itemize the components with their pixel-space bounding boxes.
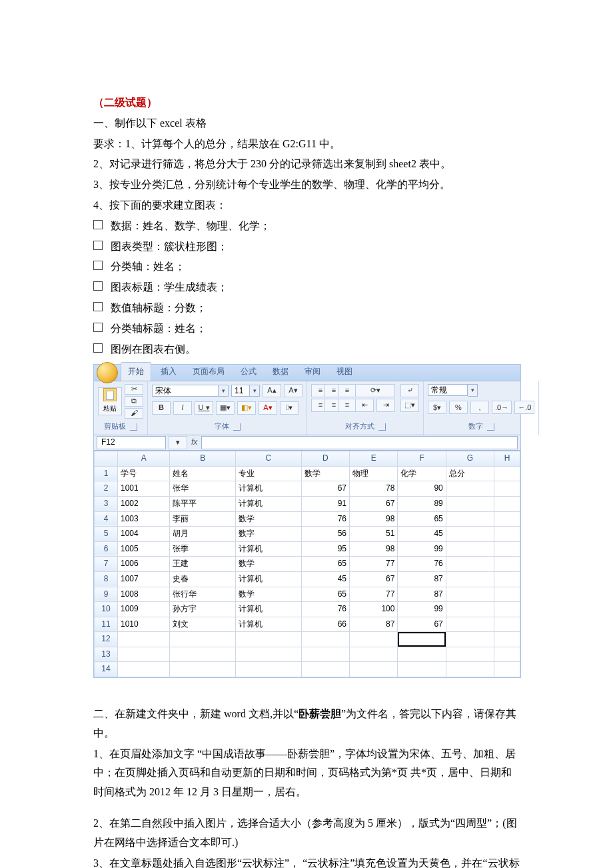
cell[interactable] xyxy=(235,647,301,662)
font-name-input[interactable] xyxy=(152,385,219,397)
row-header[interactable]: 11 xyxy=(95,617,118,632)
cell[interactable]: 95 xyxy=(301,541,349,557)
cell[interactable]: 计算机 xyxy=(235,571,301,587)
percent-button[interactable]: % xyxy=(449,401,468,414)
cell[interactable] xyxy=(494,466,520,481)
tab-review[interactable]: 审阅 xyxy=(298,363,327,381)
cell[interactable] xyxy=(446,647,494,662)
cell[interactable] xyxy=(446,617,494,632)
cell[interactable] xyxy=(494,481,520,497)
cell[interactable]: 98 xyxy=(350,541,398,557)
cell[interactable]: 孙方宇 xyxy=(170,602,236,617)
cell[interactable] xyxy=(494,511,520,527)
cell[interactable]: 77 xyxy=(350,587,398,602)
col-header-e[interactable]: E xyxy=(350,451,398,467)
office-button-icon[interactable] xyxy=(97,362,118,383)
col-header-h[interactable]: H xyxy=(494,451,520,467)
cell[interactable] xyxy=(494,662,520,677)
wrap-text-button[interactable]: ⤶ xyxy=(400,384,419,397)
font-name-combo[interactable]: ▾ xyxy=(152,385,229,397)
cell[interactable] xyxy=(446,496,494,511)
chevron-down-icon[interactable]: ▾ xyxy=(250,385,260,397)
row-header[interactable]: 8 xyxy=(95,571,118,587)
cell[interactable] xyxy=(118,647,170,662)
cell[interactable] xyxy=(301,647,349,662)
orientation-button[interactable]: ⟳▾ xyxy=(355,384,395,397)
cell[interactable] xyxy=(494,602,520,617)
align-bottom-button[interactable]: ≡ xyxy=(338,384,356,397)
cell[interactable]: 87 xyxy=(398,587,446,602)
dialog-launcher-icon[interactable] xyxy=(130,423,137,431)
italic-button[interactable]: I xyxy=(173,401,192,415)
cell[interactable] xyxy=(301,632,349,647)
cell[interactable]: 99 xyxy=(398,541,446,557)
cell[interactable] xyxy=(494,647,520,662)
shrink-font-button[interactable]: A▾ xyxy=(284,384,303,397)
chevron-down-icon[interactable]: ▾ xyxy=(468,384,478,396)
cell[interactable] xyxy=(494,587,520,602)
grow-font-button[interactable]: A▴ xyxy=(263,384,281,397)
row-header[interactable]: 9 xyxy=(95,587,118,602)
cell[interactable] xyxy=(494,527,520,542)
cell[interactable] xyxy=(170,632,236,647)
cell[interactable]: 56 xyxy=(301,527,349,542)
cell[interactable]: 76 xyxy=(398,557,446,572)
name-box[interactable]: F12 xyxy=(97,436,166,449)
cell[interactable]: 计算机 xyxy=(235,617,301,632)
row-header[interactable]: 6 xyxy=(95,541,118,557)
fx-icon[interactable]: fx xyxy=(187,435,201,450)
cell[interactable]: 1004 xyxy=(118,527,170,542)
cell[interactable] xyxy=(494,496,520,511)
cell[interactable] xyxy=(301,662,349,677)
cell[interactable]: 张行华 xyxy=(170,587,236,602)
bold-button[interactable]: B xyxy=(152,401,171,415)
cell[interactable]: 77 xyxy=(350,557,398,572)
cell[interactable]: 刘文 xyxy=(170,617,236,632)
cell[interactable]: 91 xyxy=(301,496,349,511)
row-header[interactable]: 4 xyxy=(95,511,118,527)
number-format-input[interactable] xyxy=(428,384,468,396)
paste-button[interactable]: 粘贴 xyxy=(98,387,122,415)
cell[interactable]: 1010 xyxy=(118,617,170,632)
cell[interactable] xyxy=(494,557,520,572)
cell[interactable]: 1009 xyxy=(118,602,170,617)
currency-button[interactable]: $▾ xyxy=(428,401,446,414)
cell[interactable]: 1007 xyxy=(118,571,170,587)
cell[interactable] xyxy=(170,662,236,677)
cell[interactable] xyxy=(494,571,520,587)
col-header-f[interactable]: F xyxy=(398,451,446,467)
cell[interactable]: 100 xyxy=(350,602,398,617)
cell[interactable]: 计算机 xyxy=(235,481,301,497)
row-header[interactable]: 13 xyxy=(95,647,118,662)
cell[interactable]: 学号 xyxy=(118,466,170,481)
cell[interactable]: 史春 xyxy=(170,571,236,587)
cell[interactable] xyxy=(350,662,398,677)
cell[interactable] xyxy=(235,632,301,647)
col-header-a[interactable]: A xyxy=(118,451,170,467)
formula-bar[interactable] xyxy=(201,436,518,449)
row-header[interactable]: 5 xyxy=(95,527,118,542)
tab-insert[interactable]: 插入 xyxy=(154,363,183,381)
cell[interactable]: 90 xyxy=(398,481,446,497)
cell[interactable]: 数字 xyxy=(235,527,301,542)
cell[interactable]: 89 xyxy=(398,496,446,511)
cell[interactable]: 87 xyxy=(398,571,446,587)
cell[interactable] xyxy=(170,647,236,662)
cell[interactable]: 数学 xyxy=(235,511,301,527)
cell[interactable]: 陈平平 xyxy=(170,496,236,511)
cell[interactable]: 78 xyxy=(350,481,398,497)
underline-button[interactable]: U ▾ xyxy=(195,401,213,415)
cell[interactable]: 总分 xyxy=(446,466,494,481)
cell[interactable] xyxy=(446,557,494,572)
comma-button[interactable]: , xyxy=(470,401,489,414)
cell[interactable]: 65 xyxy=(301,557,349,572)
font-size-input[interactable] xyxy=(231,385,250,397)
cell[interactable]: 76 xyxy=(301,602,349,617)
cell[interactable]: 化学 xyxy=(398,466,446,481)
tab-formula[interactable]: 公式 xyxy=(234,363,263,381)
tab-layout[interactable]: 页面布局 xyxy=(186,363,231,381)
dialog-launcher-icon[interactable] xyxy=(233,423,241,431)
cell[interactable] xyxy=(118,662,170,677)
dialog-launcher-icon[interactable] xyxy=(378,423,386,431)
cell[interactable] xyxy=(398,647,446,662)
